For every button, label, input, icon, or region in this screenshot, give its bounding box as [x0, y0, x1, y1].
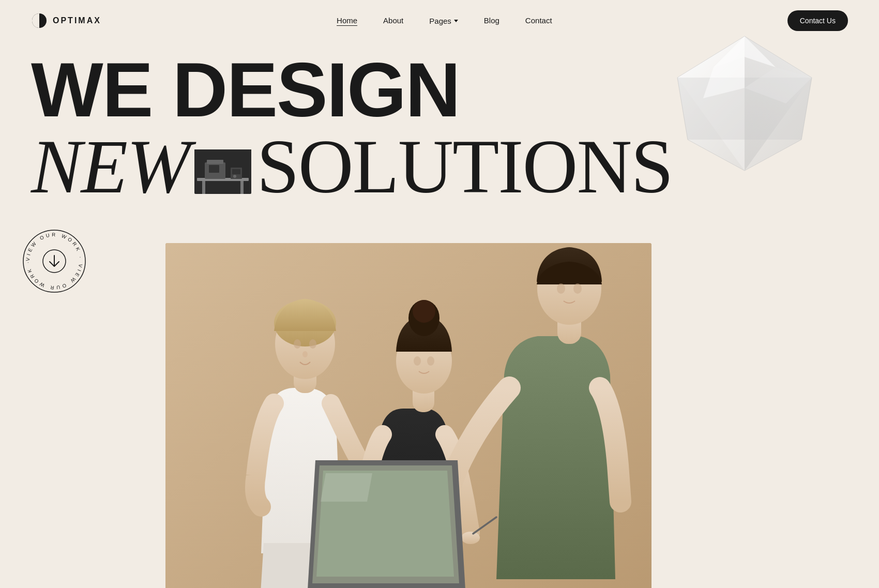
svg-rect-20 [240, 181, 244, 194]
nav-item-home[interactable]: Home [337, 16, 357, 25]
svg-point-42 [427, 356, 434, 366]
nav-links: Home About Pages Blog Contact [337, 16, 552, 25]
svg-point-47 [557, 283, 565, 294]
logo-text: OPTIMAX [53, 16, 101, 25]
svg-point-35 [302, 351, 308, 357]
svg-rect-19 [202, 181, 205, 194]
headline-word-new: NEW [31, 128, 189, 205]
nav-link-contact[interactable]: Contact [525, 16, 552, 25]
svg-rect-18 [209, 165, 219, 173]
svg-rect-22 [232, 169, 240, 174]
nav-link-pages[interactable]: Pages [429, 17, 458, 25]
svg-point-43 [461, 532, 480, 544]
headline-line1: WE DESIGN [31, 52, 848, 128]
circular-badge[interactable]: VIEW OUR WORK · VIEW OUR WORK · [21, 228, 88, 295]
svg-point-48 [573, 283, 582, 294]
svg-point-40 [413, 300, 435, 323]
svg-point-23 [233, 175, 236, 178]
nav-item-about[interactable]: About [383, 16, 403, 25]
headline-word-solutions: SOLUTIONS [256, 128, 672, 205]
svg-point-41 [414, 356, 421, 366]
svg-point-33 [294, 339, 301, 349]
logo[interactable]: OPTIMAX [31, 12, 101, 29]
nav-link-blog[interactable]: Blog [484, 16, 499, 25]
hero-scene-bg [165, 243, 651, 588]
svg-rect-17 [207, 160, 223, 164]
nav-link-home[interactable]: Home [337, 16, 357, 25]
headline-line2: NEW SOLUTIONS [31, 128, 848, 205]
navbar: OPTIMAX Home About Pages Blog Contact Co… [0, 0, 879, 41]
svg-point-34 [309, 339, 316, 349]
hero-section: WE DESIGN NEW SOLUTIONS [0, 41, 879, 584]
contact-us-button[interactable]: Contact Us [787, 10, 848, 31]
nav-item-contact[interactable]: Contact [525, 16, 552, 25]
nav-link-about[interactable]: About [383, 16, 403, 25]
hero-image [165, 243, 651, 588]
inline-workspace-image [194, 140, 251, 194]
nav-item-blog[interactable]: Blog [484, 16, 499, 25]
nav-item-pages[interactable]: Pages [429, 17, 458, 25]
logo-icon [31, 12, 48, 29]
chevron-down-icon [454, 20, 458, 22]
